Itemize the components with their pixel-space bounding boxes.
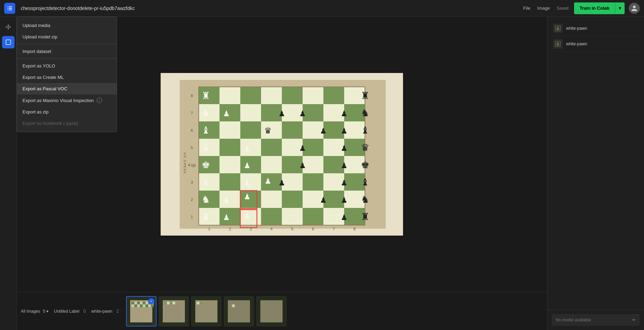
svg-rect-54 [261, 191, 282, 208]
export-pascal-voc-item[interactable]: Export as Pascal VOC [17, 83, 117, 94]
model-status-text: No model available [556, 318, 591, 322]
annotation-label-1: white-pawn [566, 26, 587, 31]
svg-rect-130 [132, 302, 134, 304]
svg-text:♝: ♝ [361, 177, 369, 187]
svg-rect-132 [137, 302, 140, 304]
train-colab-button[interactable]: Train in Colab ▾ [574, 2, 625, 14]
svg-rect-0 [6, 40, 11, 45]
annotation-item-2[interactable]: ♙ white-pawn [552, 36, 640, 52]
svg-rect-140 [137, 304, 140, 307]
svg-text:♟: ♟ [341, 196, 348, 204]
svg-text:6: 6 [312, 227, 314, 231]
svg-rect-144 [148, 304, 151, 307]
export-yolo-item[interactable]: Export as YOLO [17, 60, 117, 72]
annotation-item-1[interactable]: ♙ white-pawn [552, 21, 640, 36]
chess-board-svg: 8 7 6 5 4 (g) 3 2 1 1 2 3 4 5 6 7 8 [161, 73, 403, 236]
svg-text:♟: ♟ [223, 213, 230, 222]
chess-board-container: 8 7 6 5 4 (g) 3 2 1 1 2 3 4 5 6 7 8 [161, 73, 403, 236]
sidebar-icons [0, 17, 17, 330]
project-title: chessprojectdetector-donotdelete-pr-iu5p… [21, 6, 518, 11]
svg-rect-145 [151, 304, 154, 307]
svg-rect-162 [262, 302, 265, 304]
thumb-5[interactable] [256, 296, 287, 327]
model-section: No model available ✏ [547, 310, 644, 330]
svg-text:♟: ♟ [223, 109, 230, 118]
user-avatar[interactable] [629, 3, 640, 14]
move-tool-button[interactable] [2, 21, 15, 33]
dropdown-section-export: Export as YOLO Export as Create ML Expor… [17, 59, 117, 130]
svg-rect-149 [167, 302, 170, 304]
svg-rect-23 [282, 121, 303, 139]
svg-text:♟: ♟ [244, 144, 251, 153]
svg-text:♟: ♟ [202, 213, 209, 222]
right-panel: ♙ white-pawn ♙ white-pawn No model avail… [547, 17, 644, 330]
export-create-ml-item[interactable]: Export as Create ML [17, 72, 117, 83]
svg-text:5: 5 [291, 227, 293, 231]
svg-rect-154 [197, 302, 199, 304]
svg-text:4: 4 [270, 227, 272, 231]
svg-text:♟: ♟ [341, 127, 348, 135]
thumb-4[interactable] [224, 296, 254, 327]
export-notebook-item: Export as Notebook (.ipynb) [17, 118, 117, 129]
maximo-info-icon[interactable]: i [97, 98, 102, 103]
train-btn-arrow-icon[interactable]: ▾ [615, 2, 625, 14]
svg-rect-148 [164, 302, 167, 304]
thumb-3[interactable] [191, 296, 222, 327]
svg-rect-143 [145, 304, 148, 307]
train-button-label: Train in Colab [574, 2, 615, 14]
upload-model-zip-item[interactable]: Upload model zip [17, 31, 117, 43]
top-nav: File Image Saved [523, 6, 569, 11]
svg-text:♝: ♝ [202, 125, 210, 136]
svg-rect-7 [282, 87, 303, 104]
upload-media-item[interactable]: Upload media [17, 20, 117, 31]
svg-text:5: 5 [191, 146, 193, 150]
export-zip-item[interactable]: Export as zip [17, 106, 117, 118]
svg-rect-151 [172, 302, 175, 304]
filter-untitled-count: 0 [82, 309, 86, 314]
annotation-icon-2: ♙ [553, 39, 563, 49]
app-logo [4, 3, 15, 14]
svg-text:2: 2 [191, 198, 193, 202]
svg-text:♟: ♟ [341, 144, 348, 153]
svg-text:3: 3 [191, 180, 193, 184]
nav-file[interactable]: File [523, 6, 530, 11]
filmstrip-thumbs: ✓ [126, 296, 287, 327]
dropdown-section-upload: Upload media Upload model zip [17, 18, 117, 44]
thumb-1[interactable]: ✓ [126, 296, 156, 327]
svg-rect-48 [303, 173, 323, 191]
file-dropdown-menu: Upload media Upload model zip Import dat… [17, 17, 117, 132]
thumb-2[interactable] [159, 296, 189, 327]
svg-rect-157 [228, 300, 250, 322]
svg-text:4 (g): 4 (g) [188, 163, 196, 167]
svg-text:♟: ♟ [341, 161, 348, 170]
nav-image[interactable]: Image [537, 6, 550, 11]
svg-text:♞: ♞ [361, 194, 369, 205]
import-dataset-item[interactable]: Import dataset [17, 46, 117, 57]
all-images-label: All Images [21, 309, 40, 314]
export-maximo-item[interactable]: Export as Maximo Visual Inspection i [17, 94, 117, 106]
svg-rect-150 [170, 302, 172, 304]
thumb-1-check: ✓ [148, 298, 154, 304]
svg-text:♞: ♞ [361, 108, 369, 118]
svg-rect-159 [232, 304, 235, 307]
filter-untitled-label: Untitled Label [51, 309, 79, 314]
svg-text:♟: ♟ [278, 178, 285, 187]
svg-rect-155 [199, 302, 202, 304]
annotation-list: ♙ white-pawn ♙ white-pawn [547, 17, 644, 310]
svg-text:6: 6 [191, 128, 193, 132]
svg-rect-4 [220, 87, 240, 104]
svg-rect-53 [240, 191, 261, 208]
svg-rect-135 [145, 302, 148, 304]
svg-rect-52 [220, 191, 240, 208]
svg-rect-61 [240, 208, 261, 225]
annotation-icon-1: ♙ [553, 24, 563, 33]
svg-rect-55 [282, 191, 303, 208]
svg-rect-29 [240, 139, 261, 156]
svg-rect-158 [229, 304, 232, 307]
image-count-badge[interactable]: 5 ▾ [43, 309, 48, 314]
annotate-tool-button[interactable] [2, 36, 15, 48]
svg-text:♟: ♟ [278, 109, 285, 118]
svg-text:1: 1 [191, 215, 193, 219]
model-edit-icon[interactable]: ✏ [632, 318, 636, 322]
svg-text:♛: ♛ [202, 142, 210, 153]
